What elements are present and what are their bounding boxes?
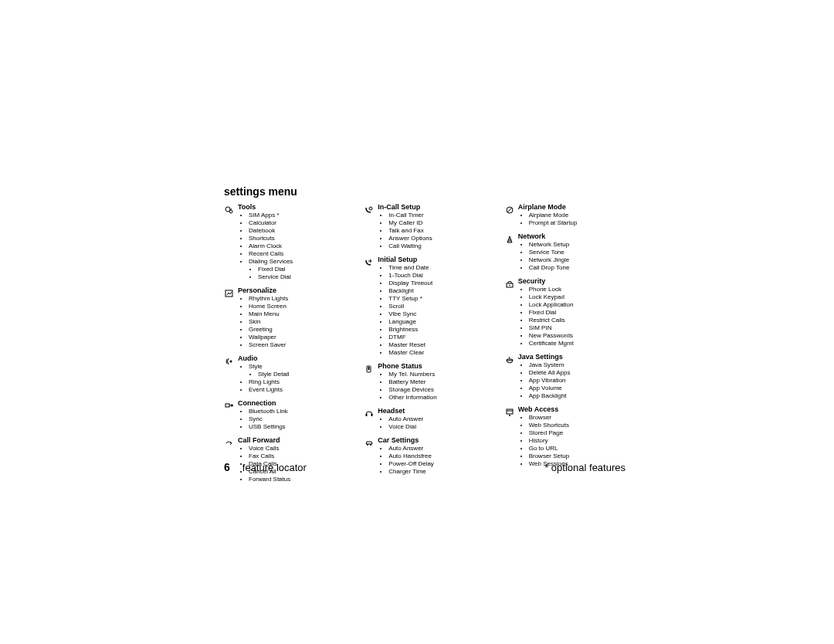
list-item: Network Jingle <box>529 256 626 264</box>
menu-section: AudioStyleStyle DetailRing LightsEvent L… <box>224 354 345 395</box>
list-item: Auto Answer <box>388 415 485 423</box>
list-item: Browser <box>529 414 626 422</box>
list-item: Storage Devices <box>388 386 485 394</box>
security-icon <box>504 278 515 287</box>
optional-features-note: * optional features <box>544 462 626 473</box>
list-item: Sync <box>249 415 345 423</box>
sub-items: Fixed DialService Dial <box>249 266 345 281</box>
section-items: Java SystemDelete All AppsApp VibrationA… <box>518 361 626 400</box>
list-item: Lock Keypad <box>529 293 626 301</box>
list-item: SIM Apps * <box>249 212 345 219</box>
list-item: TTY Setup * <box>388 295 485 303</box>
airplane-icon <box>504 204 515 213</box>
section-items: Airplane ModePrompt at Startup <box>518 212 626 227</box>
menu-section: ToolsSIM Apps *CalculatorDatebookShortcu… <box>224 202 345 283</box>
list-item: Battery Meter <box>388 378 485 386</box>
section-items: BrowserWeb ShortcutsStored PageHistoryGo… <box>518 414 626 468</box>
list-item: Time and Date <box>388 264 485 272</box>
list-item: Event Lights <box>249 386 345 394</box>
menu-section: PersonalizeRhythm LightsHome ScreenMain … <box>224 286 345 351</box>
section-body: Phone StatusMy Tel. NumbersBattery Meter… <box>378 361 485 403</box>
list-item: 1-Touch Dial <box>388 272 485 280</box>
footer-left: 6 feature locator <box>224 461 307 473</box>
section-title: Airplane Mode <box>518 202 626 212</box>
menu-columns: ToolsSIM Apps *CalculatorDatebookShortcu… <box>224 202 626 488</box>
list-item: Service Dial <box>258 273 345 281</box>
list-item: Talk and Fax <box>388 227 485 235</box>
list-item: Fax Calls <box>249 452 345 460</box>
connection-icon <box>224 400 235 409</box>
section-items: Auto AnswerVoice Dial <box>378 415 485 431</box>
list-item: My Tel. Numbers <box>388 371 485 378</box>
list-item: Scroll <box>388 303 485 310</box>
section-body: Initial SetupTime and Date1-Touch DialDi… <box>378 255 485 358</box>
menu-section: Airplane ModeAirplane ModePrompt at Star… <box>504 202 626 229</box>
list-item: Fixed Dial <box>258 266 345 273</box>
list-item: Display Timeout <box>388 280 485 287</box>
list-item: My Caller ID <box>388 219 485 227</box>
menu-section: ConnectionBluetooth LinkSyncUSB Settings <box>224 398 345 432</box>
list-item: Browser Setup <box>529 452 626 460</box>
section-title: Connection <box>238 398 345 408</box>
audio-icon <box>224 355 235 364</box>
menu-section: Initial SetupTime and Date1-Touch DialDi… <box>364 255 485 358</box>
list-item: Forward Status <box>249 476 345 483</box>
list-item: History <box>529 437 626 445</box>
list-item: Answer Options <box>388 235 485 242</box>
list-item: Auto Handsfree <box>388 452 485 460</box>
list-item: App Backlight <box>529 392 626 400</box>
list-item: Main Menu <box>249 310 345 318</box>
list-item: Vibe Sync <box>388 310 485 318</box>
list-item: Phone Lock <box>529 286 626 293</box>
list-item: Ring Lights <box>249 378 345 386</box>
menu-section: SecurityPhone LockLock KeypadLock Applic… <box>504 276 626 349</box>
section-body: Airplane ModeAirplane ModePrompt at Star… <box>518 202 626 229</box>
list-item: Delete All Apps <box>529 369 626 377</box>
section-title: Call Forward <box>238 436 345 445</box>
list-item: Other Information <box>388 394 485 402</box>
list-item: Style Detail <box>258 371 345 378</box>
list-item: App Vibration <box>529 377 626 385</box>
list-item: Skin <box>249 318 345 326</box>
list-item: Restrict Calls <box>529 317 626 324</box>
list-item: Alarm Clock <box>249 242 345 250</box>
section-items: My Tel. NumbersBattery MeterStorage Devi… <box>378 371 485 402</box>
callforward-icon <box>224 437 235 446</box>
section-title: In-Call Setup <box>378 202 485 212</box>
section-title: Security <box>518 276 626 286</box>
list-item: Service Tone <box>529 249 626 256</box>
list-item: Prompt at Startup <box>529 219 626 227</box>
list-item: Certificate Mgmt <box>529 340 626 347</box>
section-body: Call ForwardVoice CallsFax CallsData Cal… <box>238 436 345 485</box>
list-item: Greeting <box>249 326 345 334</box>
section-body: Java SettingsJava SystemDelete All AppsA… <box>518 352 626 402</box>
section-body: SecurityPhone LockLock KeypadLock Applic… <box>518 276 626 349</box>
section-title: Personalize <box>238 286 345 295</box>
page-footer-row: 6 feature locator * optional features <box>224 461 626 473</box>
headset-icon <box>364 408 375 417</box>
settings-menu-page: settings menu ToolsSIM Apps *CalculatorD… <box>224 185 626 488</box>
section-body: Web AccessBrowserWeb ShortcutsStored Pag… <box>518 405 626 469</box>
menu-section: Web AccessBrowserWeb ShortcutsStored Pag… <box>504 405 626 469</box>
section-items: StyleStyle DetailRing LightsEvent Lights <box>238 363 345 394</box>
list-item: Calculator <box>249 219 345 227</box>
list-item: Backlight <box>388 287 485 295</box>
list-item: Lock Application <box>529 301 626 309</box>
list-item: Brightness <box>388 326 485 334</box>
java-icon <box>504 354 515 363</box>
menu-section: NetworkNetwork SetupService ToneNetwork … <box>504 232 626 273</box>
list-item: Go to URL <box>529 445 626 452</box>
list-item: USB Settings <box>249 423 345 431</box>
list-item: Home Screen <box>249 303 345 310</box>
section-items: Bluetooth LinkSyncUSB Settings <box>238 408 345 431</box>
section-title: Initial Setup <box>378 255 485 264</box>
car-icon <box>364 437 375 446</box>
list-item: Screen Saver <box>249 341 345 349</box>
section-body: ConnectionBluetooth LinkSyncUSB Settings <box>238 398 345 432</box>
section-body: NetworkNetwork SetupService ToneNetwork … <box>518 232 626 273</box>
section-items: Time and Date1-Touch DialDisplay Timeout… <box>378 264 485 357</box>
list-item: Language <box>388 318 485 326</box>
section-title: Headset <box>378 406 485 415</box>
list-item: Datebook <box>249 227 345 235</box>
list-item: Recent Calls <box>249 250 345 258</box>
